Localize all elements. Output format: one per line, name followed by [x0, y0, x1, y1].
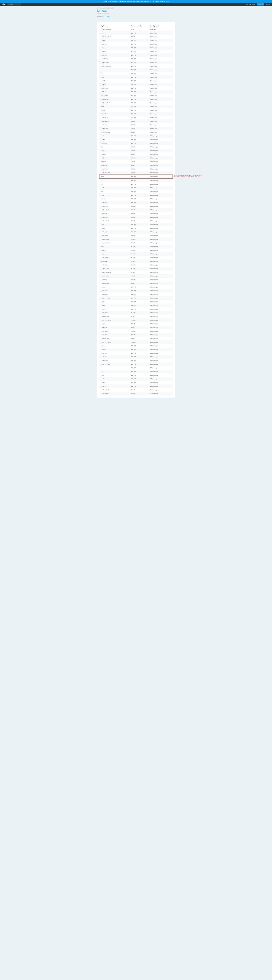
table-row[interactable]: 7-jre8194 MB10 days ago [99, 223, 173, 226]
table-row[interactable]: 8.0-jre8195 MB6 days ago [99, 38, 173, 42]
table-row[interactable]: 7-jre8-slim89 MB10 days ago [99, 212, 173, 215]
table-row[interactable]: 9.0-slim123 MB7 days ago [99, 49, 173, 53]
table-row[interactable]: slim90 MB10 days ago [99, 145, 173, 149]
table-row[interactable]: 8-jre8195 MB10 days ago [99, 193, 173, 197]
table-row[interactable]: jre8195 MB10 days ago [99, 190, 173, 193]
table-row[interactable]: 8-jre10-slim122 MB7 days ago [99, 94, 173, 97]
table-row[interactable]: 8.5.32-jre8195 MB10 days ago [99, 201, 173, 204]
table-row[interactable]: 7.0-jre8194 MB10 days ago [99, 226, 173, 230]
table-row[interactable]: 8.0-jre7-alpine78 MB10 days ago [99, 282, 173, 285]
banner-link[interactable]: Check it out → [161, 1, 169, 2]
table-row[interactable]: 8.5-jre10-slim122 MB7 days ago [99, 97, 173, 101]
table-row[interactable]: 7-slim105 MB10 days ago [99, 344, 173, 348]
table-row[interactable]: 8.0.53-jre7-alpine78 MB4 days ago [99, 35, 173, 38]
table-row[interactable]: 9-jre8195 MB10 days ago [99, 134, 173, 138]
table-row[interactable]: jre8-slim90 MB10 days ago [99, 160, 173, 164]
table-row[interactable]: 7.0.90-jre8-alpine71 MB10 days ago [99, 318, 173, 322]
table-row[interactable]: 8.5-jre8195 MB10 days ago [99, 197, 173, 201]
table-row[interactable]: 8.5-jre8-slim90 MB10 days ago [99, 167, 173, 171]
table-row[interactable]: jre10-slim122 MB7 days ago [99, 90, 173, 94]
table-row[interactable]: 7.0-jre7168 MB10 days ago [99, 381, 173, 384]
table-row[interactable]: 9.0.10-jre10-slim123 MB7 days ago [99, 64, 173, 68]
search-input[interactable] [7, 3, 21, 5]
nav-signup[interactable]: Sign up [257, 3, 264, 5]
star-icon[interactable]: ☆ [108, 10, 110, 12]
table-row[interactable]: 9.0.10-jre10266 MB7 days ago [99, 86, 173, 90]
table-row[interactable]: 8.0.53-slim106 MB10 days ago [99, 289, 173, 293]
table-row[interactable]: 9.0.10-slim123 MB7 days ago [99, 53, 173, 57]
table-row[interactable]: 7.0-jre8-slim89 MB10 days ago [99, 215, 173, 219]
table-row[interactable]: 7-jre7-slim105 MB10 days ago [99, 355, 173, 359]
table-row[interactable]: 8.5.32-jre10267 MB7 days ago [99, 116, 173, 119]
table-row[interactable]: 8.5.32195 MB10 days ago [99, 186, 173, 190]
table-row[interactable]: 8.0-jre7168 MB10 days ago [99, 304, 173, 307]
table-row[interactable]: 7.0-jre7-slim105 MB10 days ago [99, 359, 173, 362]
table-row[interactable]: 7168 MB10 days ago [99, 366, 173, 370]
table-row[interactable]: 9.0-jre10-slim123 MB7 days ago [99, 60, 173, 64]
table-row[interactable]: alpine71 MB10 days ago [99, 245, 173, 248]
table-row[interactable]: 8.0.53-jre8-slim90 MB10 days ago [99, 208, 173, 212]
table-row[interactable]: jre8-alpine71 MB10 days ago [99, 259, 173, 263]
table-row[interactable]: 7.0.90168 MB10 days ago [99, 373, 173, 377]
table-row[interactable]: 7-jre7168 MB10 days ago [99, 377, 173, 381]
table-row[interactable]: 8.5195 MB10 days ago [99, 182, 173, 186]
table-row[interactable]: 8-jre8-slim90 MB10 days ago [99, 164, 173, 167]
nav-signin[interactable]: Sign in [266, 4, 270, 5]
table-row[interactable]: 8.0-alpine78 MB10 days ago [99, 278, 173, 282]
table-row[interactable]: 8.5-jre8-alpine71 MB10 days ago [99, 267, 173, 270]
table-row[interactable]: 7.0-alpine78 MB10 days ago [99, 326, 173, 329]
table-row[interactable]: 7.0.90-jre7-alpine78 MB10 days ago [99, 340, 173, 344]
table-row[interactable]: 8.5.32-slim90 MB10 days ago [99, 156, 173, 160]
table-row[interactable]: 9-jre8-alpine72 MB10 days ago [99, 234, 173, 237]
table-row[interactable]: 8.0.53-jre7-slim106 MB10 days ago [99, 296, 173, 300]
table-row[interactable]: 9.0-jre10266 MB7 days ago [99, 83, 173, 86]
table-row[interactable]: 8-slim90 MB10 days ago [99, 149, 173, 153]
table-row[interactable]: 9-jre10266 MB7 days ago [99, 79, 173, 83]
table-row[interactable]: 7.0.90-jre8194 MB10 days ago [99, 230, 173, 234]
table-row[interactable]: 7-jre8-alpine71 MB10 days ago [99, 311, 173, 315]
table-row[interactable]: 8-alpine71 MB10 days ago [99, 248, 173, 252]
table-row[interactable]: 8.0-jre8-alpine71 MB10 days ago [99, 274, 173, 278]
table-row[interactable]: 8.0.53-alpine78 MB7 days ago [99, 119, 173, 123]
table-row[interactable]: 8.5-jre10267 MB7 days ago [99, 112, 173, 116]
table-row[interactable]: 8.5-slim90 MB10 days ago [99, 153, 173, 156]
table-row[interactable]: 7.0-jre8-alpine71 MB10 days ago [99, 315, 173, 318]
table-row[interactable]: 8.5.32-jre8-alpine71 MB10 days ago [99, 270, 173, 274]
table-row[interactable]: 9.0.10-jre8-slim90 MB8 days ago [99, 130, 173, 134]
table-row[interactable]: 8.0-jre8-slim90 MB10 days ago [99, 204, 173, 208]
table-row[interactable]: 9-jre8-slim90 MB8 days ago [99, 123, 173, 127]
nav-help[interactable]: Help [253, 4, 255, 5]
table-row[interactable]: 9.0-jre8195 MB10 days ago [99, 138, 173, 142]
table-row[interactable]: latest195 MB10 days ago [99, 175, 173, 179]
table-row[interactable]: 9.0-jre8-slim90 MB8 days ago [99, 127, 173, 130]
table-row[interactable]: 7-jre7-alpine78 MB10 days ago [99, 333, 173, 337]
table-row[interactable]: 8-jre10267 MB7 days ago [99, 108, 173, 112]
table-row[interactable]: 7.0.90-jre8-slim89 MB10 days ago [99, 219, 173, 223]
table-row[interactable]: 8.5.32-jre8-slim90 MB10 days ago [99, 171, 173, 175]
table-row[interactable]: 8.0.53-jre8195 MB6 days ago [99, 42, 173, 46]
table-row[interactable]: 8.0.52-jre8-alpine71 MB21 days ago [99, 388, 173, 392]
table-row[interactable]: 9.0.10-jre8-alpine72 MB10 days ago [99, 241, 173, 245]
table-row[interactable]: 8.5.32-jre10-slim122 MB7 days ago [99, 101, 173, 105]
table-row[interactable]: 9-slim123 MB7 days ago [99, 46, 173, 49]
table-row[interactable]: 8.0.53168 MB10 days ago [99, 300, 173, 304]
table-row[interactable]: 7.0.90-slim105 MB10 days ago [99, 351, 173, 355]
table-row[interactable]: 8.0.53-jre8-alpine71 MBa day ago [99, 27, 173, 31]
table-row[interactable]: 7.0-jre7-alpine78 MB10 days ago [99, 337, 173, 340]
table-row[interactable]: 9.0.10-jre8195 MB10 days ago [99, 142, 173, 145]
table-row[interactable]: 7.0-slim105 MB10 days ago [99, 348, 173, 351]
table-row[interactable]: 7.0.90-jre7-slim105 MB10 days ago [99, 362, 173, 366]
tab-repo-info[interactable]: Repo Info [97, 15, 104, 18]
table-row[interactable]: 8.0.52-alpine78 MB21 days ago [99, 392, 173, 395]
table-row[interactable]: 9.0.10266 MB7 days ago [99, 75, 173, 79]
tab-tags[interactable]: Tags [106, 15, 110, 18]
table-row[interactable]: jre10267 MB7 days ago [99, 105, 173, 108]
table-row[interactable]: 8.0.53-jre7168 MB10 days ago [99, 307, 173, 311]
table-row[interactable]: 8195 MB10 days ago [99, 179, 173, 182]
table-row[interactable]: 7-alpine78 MB10 days ago [99, 322, 173, 326]
table-row[interactable]: 7.0.90-jre7168 MB10 days ago [99, 384, 173, 388]
table-row[interactable]: 7.0168 MB10 days ago [99, 370, 173, 373]
table-row[interactable]: 8.0168 MB5 days ago [99, 31, 173, 35]
table-row[interactable]: 9.0-jre8-alpine72 MB10 days ago [99, 237, 173, 241]
table-row[interactable]: 8.0-slim106 MB10 days ago [99, 285, 173, 289]
